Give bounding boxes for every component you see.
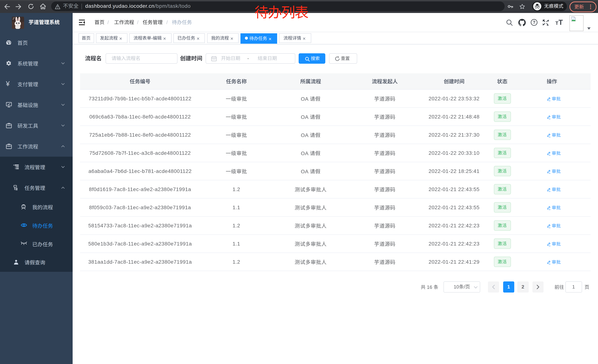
svg-text:T: T (555, 20, 558, 26)
svg-text:T: T (558, 19, 563, 26)
svg-text:?: ? (533, 20, 535, 25)
